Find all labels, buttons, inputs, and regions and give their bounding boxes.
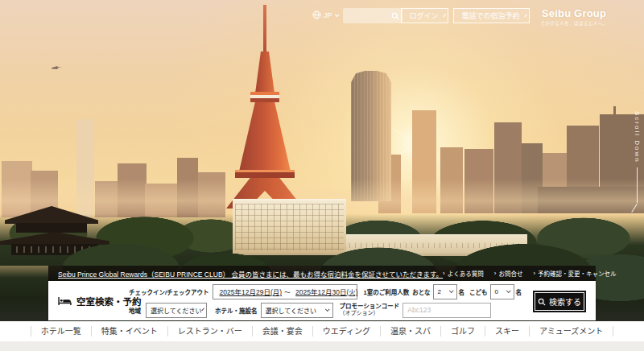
bed-icon xyxy=(58,296,72,306)
search-button-label: 検索する xyxy=(549,295,581,308)
booking-form-row-1: チェックイン/チェックアウト 2025年12月29日(月) ～ xyxy=(129,284,596,299)
children-select[interactable]: 0 xyxy=(490,284,514,299)
nav-item[interactable]: レストラン・バー xyxy=(167,326,252,337)
promo-code-label: プロモーションコード （オプション） xyxy=(340,303,400,316)
promo-code-label-sub: （オプション） xyxy=(340,310,400,316)
chevron-down-icon xyxy=(324,307,329,312)
nav-item[interactable]: ゴルフ xyxy=(440,326,485,337)
area-select[interactable]: 選択してください xyxy=(146,303,207,318)
chevron-down-icon xyxy=(506,288,510,293)
main-navigation-list: ホテル一覧特集・イベントレストラン・バー会議・宴会ウエディング温泉・スパゴルフス… xyxy=(31,326,614,337)
chevron-down-icon xyxy=(448,288,453,293)
chevron-down-icon xyxy=(524,14,527,17)
search-icon xyxy=(538,298,546,306)
vacancy-search-title: 空室検索・予約 xyxy=(58,281,142,320)
page: Scroll Down JP xyxy=(0,0,644,351)
search-icon xyxy=(391,12,399,20)
temple-body xyxy=(16,223,87,233)
rewards-utility-link[interactable]: お問合せ xyxy=(494,269,523,278)
rewards-utility-link[interactable]: よくある質問 xyxy=(443,269,484,278)
login-button[interactable]: ログイン xyxy=(401,8,448,23)
promo-code-input[interactable] xyxy=(402,303,491,318)
language-selector[interactable]: JP xyxy=(312,10,338,19)
rooftop-antenna xyxy=(613,106,616,114)
search-button[interactable]: 検索する xyxy=(533,291,586,312)
phone-reservation-button[interactable]: 電話での宿泊予約 xyxy=(453,8,530,23)
phone-icon xyxy=(457,12,459,20)
scroll-down-indicator: Scroll Down xyxy=(634,111,641,214)
nav-item[interactable]: アミューズメント xyxy=(529,326,613,337)
language-label: JP xyxy=(324,11,332,19)
children-unit-label: 名 xyxy=(516,287,522,296)
rewards-utility-links: よくある質問お問合せ予約確認・変更・キャンセル xyxy=(443,269,617,278)
date-range-separator: ～ xyxy=(284,287,291,296)
nav-item[interactable]: ウエディング xyxy=(312,326,380,337)
guests-label: 1室のご利用人数 xyxy=(364,287,410,296)
chevron-down-icon xyxy=(443,14,446,17)
checkin-date-link[interactable]: 2025年12月29日(月) xyxy=(220,287,282,296)
adults-select[interactable]: 2 xyxy=(433,284,457,299)
hotel-value: 選択してください xyxy=(266,306,317,315)
nav-item[interactable]: 会議・宴会 xyxy=(252,326,312,337)
date-range-picker[interactable]: 2025年12月29日(月) ～ 2025年12月30日(火) xyxy=(213,284,357,299)
adults-unit-label: 名 xyxy=(459,287,465,296)
checkout-date-link[interactable]: 2025年12月30日(火) xyxy=(295,287,357,296)
rewards-utility-link[interactable]: 予約確認・変更・キャンセル xyxy=(533,269,616,278)
tokyo-tower-lower-deck xyxy=(235,170,295,178)
seibu-group-tagline: でかける人を、ほほえむ人へ。 xyxy=(540,20,608,27)
login-label: ログイン xyxy=(410,10,439,21)
rewards-message-link[interactable]: Seibu Prince Global Rewards（SEIBU PRINCE… xyxy=(58,269,443,279)
nav-item[interactable]: 特集・イベント xyxy=(91,326,167,337)
site-search[interactable] xyxy=(343,8,402,23)
children-value: 0 xyxy=(495,288,498,295)
booking-panel: 空室検索・予約 チェックイン/チェックアウト 2025年12月29日(月) ～ xyxy=(48,281,596,320)
login-icon xyxy=(405,12,407,20)
phone-reservation-label: 電話での宿泊予約 xyxy=(462,10,520,21)
site-search-input[interactable] xyxy=(343,8,391,23)
header: JP ログイン 電話での宿泊予約 xyxy=(0,0,644,32)
seibu-group-logo-text: Seibu Group xyxy=(540,7,608,19)
globe-icon xyxy=(312,10,321,19)
adults-label: おとな xyxy=(412,287,430,296)
nav-item[interactable]: 温泉・スパ xyxy=(380,326,440,337)
promo-code-label-main: プロモーションコード xyxy=(340,303,400,310)
seibu-group-logo[interactable]: Seibu Group でかける人を、ほほえむ人へ。 xyxy=(540,7,608,27)
tokyo-tower-main-deck xyxy=(250,92,279,102)
chevron-down-icon xyxy=(334,12,339,17)
booking-form-row-2: 地域 選択してください ホテル・施設名 選択してください プロモーションコード … xyxy=(129,303,596,318)
main-navigation: ホテル一覧特集・イベントレストラン・バー会議・宴会ウエディング温泉・スパゴルフス… xyxy=(0,321,644,341)
hotel-select[interactable]: 選択してください xyxy=(261,303,333,318)
nav-item[interactable]: スキー xyxy=(485,326,529,337)
rewards-bar: Seibu Prince Global Rewards（SEIBU PRINCE… xyxy=(48,266,596,281)
hotel-label: ホテル・施設名 xyxy=(215,306,258,315)
page-background-strip xyxy=(0,341,644,351)
adults-value: 2 xyxy=(438,288,441,295)
area-value: 選択してください xyxy=(151,306,202,315)
scroll-line xyxy=(637,167,638,203)
vacancy-search-label: 空室検索・予約 xyxy=(76,295,142,308)
nav-item[interactable]: ホテル一覧 xyxy=(31,326,91,337)
scroll-down-label: Scroll Down xyxy=(634,111,641,163)
children-label: こども xyxy=(469,287,488,296)
